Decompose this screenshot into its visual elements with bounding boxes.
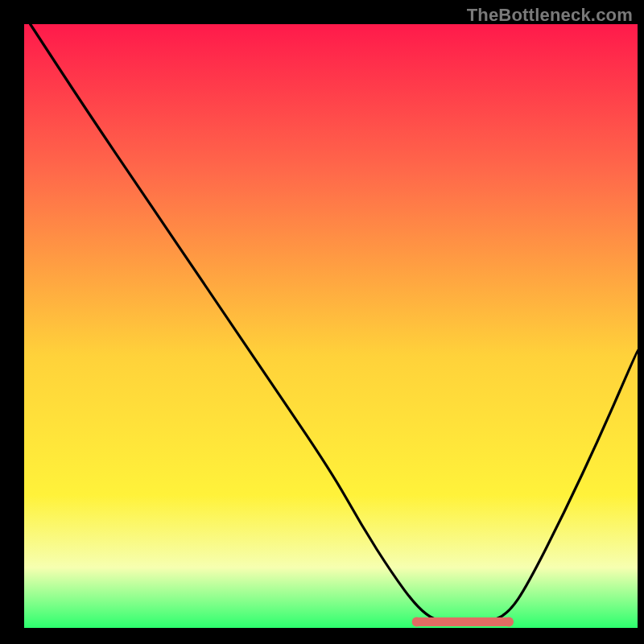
valley-end-dot [504, 617, 514, 627]
chart-stage: TheBottleneck.com [0, 0, 644, 644]
bottleneck-chart [0, 0, 644, 644]
valley-end-dot [412, 617, 422, 627]
watermark: TheBottleneck.com [467, 5, 633, 26]
plot-background [24, 24, 638, 628]
